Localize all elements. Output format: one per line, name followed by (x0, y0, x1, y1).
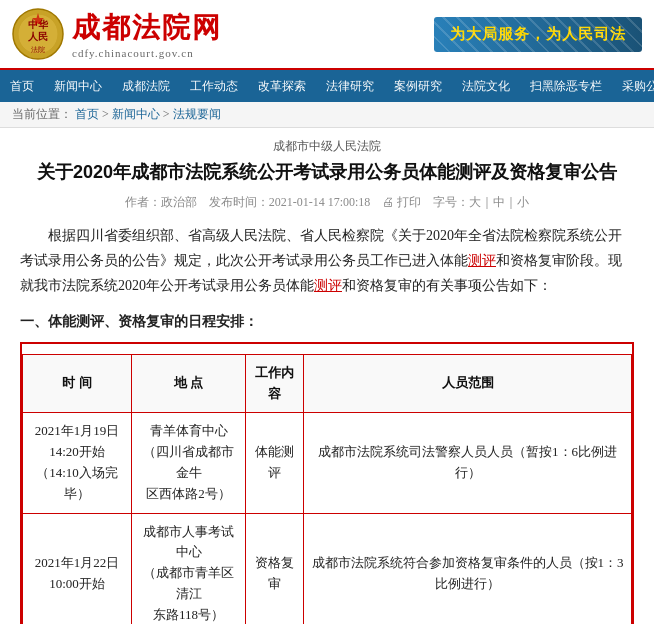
svg-text:人民: 人民 (27, 31, 48, 42)
schedule-table: 时 间 地 点 工作内容 人员范围 2021年1月19日14:20开始（14:1… (22, 354, 632, 624)
nav-item-home[interactable]: 首页 (0, 70, 44, 102)
breadcrumb-label: 当前位置： (12, 107, 72, 121)
logo-area: 中华 人民 法院 成都法院网 cdfy.chinacourt.gov.cn (12, 8, 222, 60)
row2-content: 资格复审 (246, 513, 304, 624)
page-header: 中华 人民 法院 成都法院网 cdfy.chinacourt.gov.cn 为大… (0, 0, 654, 70)
row2-time: 2021年1月22日10:00开始 (23, 513, 132, 624)
breadcrumb: 当前位置： 首页 > 新闻中心 > 法规要闻 (0, 102, 654, 128)
nav-item-work[interactable]: 工作动态 (180, 70, 248, 102)
meta-fontsize[interactable]: 字号：大｜中｜小 (433, 194, 529, 211)
schedule-table-wrapper: 时 间 地 点 工作内容 人员范围 2021年1月19日14:20开始（14:1… (20, 342, 634, 624)
col-header-location: 地 点 (132, 354, 246, 413)
article-body: 根据四川省委组织部、省高级人民法院、省人民检察院《关于2020年全省法院检察院系… (20, 223, 634, 624)
table-row: 2021年1月19日14:20开始（14:10入场完毕） 青羊体育中心（四川省成… (23, 413, 632, 513)
article-title: 关于2020年成都市法院系统公开考试录用公务员体能测评及资格复审公告 (20, 159, 634, 186)
breadcrumb-news[interactable]: 新闻中心 (112, 107, 160, 121)
row1-personnel: 成都市法院系统司法警察人员人员（暂按1：6比例进行） (304, 413, 632, 513)
meta-date: 发布时间：2021-01-14 17:00:18 (209, 194, 371, 211)
site-title: 成都法院网 (72, 9, 222, 47)
nav-item-anti[interactable]: 扫黑除恶专栏 (520, 70, 612, 102)
breadcrumb-home[interactable]: 首页 (75, 107, 99, 121)
row1-location: 青羊体育中心（四川省成都市金牛区西体路2号） (132, 413, 246, 513)
nav-item-reform[interactable]: 改革探索 (248, 70, 316, 102)
article-content: 成都市中级人民法院 关于2020年成都市法院系统公开考试录用公务员体能测评及资格… (0, 128, 654, 624)
article-meta: 作者：政治部 发布时间：2021-01-14 17:00:18 🖨 打印 字号：… (20, 194, 634, 211)
col-header-content: 工作内容 (246, 354, 304, 413)
main-navbar: 首页 新闻中心 成都法院 工作动态 改革探索 法律研究 案例研究 法院文化 扫黑… (0, 70, 654, 102)
body-para1: 根据四川省委组织部、省高级人民法院、省人民检察院《关于2020年全省法院检察院系… (20, 223, 634, 299)
nav-item-culture[interactable]: 法院文化 (452, 70, 520, 102)
court-emblem: 中华 人民 法院 (12, 8, 64, 60)
nav-item-news[interactable]: 新闻中心 (44, 70, 112, 102)
table-header-row: 时 间 地 点 工作内容 人员范围 (23, 354, 632, 413)
row1-content: 体能测评 (246, 413, 304, 513)
col-header-time: 时 间 (23, 354, 132, 413)
meta-print[interactable]: 🖨 打印 (382, 194, 421, 211)
logo-text-area: 成都法院网 cdfy.chinacourt.gov.cn (72, 9, 222, 59)
meta-author: 作者：政治部 (125, 194, 197, 211)
article-source: 成都市中级人民法院 (20, 138, 634, 155)
row1-time: 2021年1月19日14:20开始（14:10入场完毕） (23, 413, 132, 513)
nav-item-chengdu[interactable]: 成都法院 (112, 70, 180, 102)
nav-item-purchase[interactable]: 采购公告 (612, 70, 654, 102)
row2-personnel: 成都市法院系统符合参加资格复审条件的人员（按1：3比例进行） (304, 513, 632, 624)
nav-item-legal[interactable]: 法律研究 (316, 70, 384, 102)
table-row: 2021年1月22日10:00开始 成都市人事考试中心（成都市青羊区清江东路11… (23, 513, 632, 624)
svg-text:法院: 法院 (31, 46, 45, 54)
row2-location: 成都市人事考试中心（成都市青羊区清江东路118号） (132, 513, 246, 624)
nav-item-case[interactable]: 案例研究 (384, 70, 452, 102)
header-banner: 为大局服务，为人民司法 (434, 17, 642, 52)
section1-heading: 一、体能测评、资格复审的日程安排： (20, 309, 634, 334)
breadcrumb-current[interactable]: 法规要闻 (173, 107, 221, 121)
site-url: cdfy.chinacourt.gov.cn (72, 47, 222, 59)
col-header-personnel: 人员范围 (304, 354, 632, 413)
